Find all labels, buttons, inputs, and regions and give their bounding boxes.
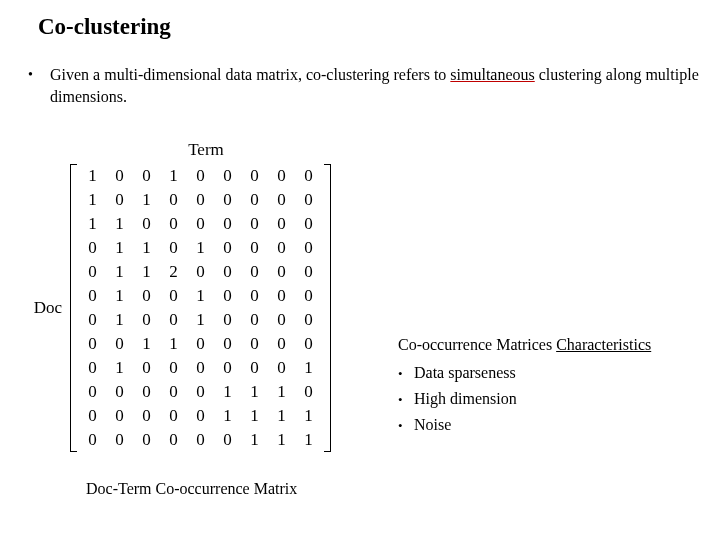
matrix-cell: 0 <box>214 428 241 452</box>
characteristics-list: •Data sparseness•High dimension•Noise <box>398 364 651 434</box>
slide-title: Co-clustering <box>38 14 700 40</box>
matrix-cell: 1 <box>160 332 187 356</box>
matrix-cell: 1 <box>160 164 187 188</box>
matrix-cell: 0 <box>79 380 106 404</box>
matrix-cell: 0 <box>79 404 106 428</box>
matrix-cell: 0 <box>79 332 106 356</box>
matrix-cell: 0 <box>79 308 106 332</box>
matrix-cell: 0 <box>214 212 241 236</box>
matrix-cell: 1 <box>241 404 268 428</box>
doc-label: Doc <box>26 298 62 318</box>
matrix-cell: 1 <box>106 212 133 236</box>
matrix-cell: 0 <box>295 380 322 404</box>
matrix-cell: 0 <box>187 356 214 380</box>
matrix-cell: 0 <box>106 164 133 188</box>
matrix-table: 1001000001010000001100000000110100000112… <box>79 164 322 452</box>
slide: Co-clustering • Given a multi-dimensiona… <box>0 0 720 540</box>
matrix-cell: 0 <box>187 164 214 188</box>
characteristics-box: Co-occurrence Matrices Characteristics •… <box>398 336 651 442</box>
matrix-cell: 0 <box>187 332 214 356</box>
matrix-cell: 0 <box>133 356 160 380</box>
matrix-cell: 0 <box>214 164 241 188</box>
matrix-cell: 1 <box>295 356 322 380</box>
matrix-cell: 0 <box>295 164 322 188</box>
matrix-cell: 1 <box>106 284 133 308</box>
matrix-row: 000000111 <box>79 428 322 452</box>
matrix-cell: 1 <box>79 188 106 212</box>
matrix-cell: 0 <box>133 428 160 452</box>
matrix-cell: 1 <box>187 236 214 260</box>
body-prefix: Given a multi-dimensional data matrix, c… <box>50 66 450 83</box>
matrix-cell: 1 <box>79 212 106 236</box>
matrix-cell: 1 <box>241 380 268 404</box>
matrix-cell: 2 <box>160 260 187 284</box>
matrix-cell: 0 <box>187 380 214 404</box>
bullet-icon: • <box>28 64 50 85</box>
body-text: Given a multi-dimensional data matrix, c… <box>50 64 700 107</box>
matrix-cell: 0 <box>295 284 322 308</box>
matrix-cell: 0 <box>106 404 133 428</box>
matrix-cell: 0 <box>160 236 187 260</box>
characteristics-item-label: Noise <box>414 416 451 434</box>
matrix-cell: 1 <box>106 356 133 380</box>
matrix-cell: 0 <box>106 380 133 404</box>
matrix-cell: 0 <box>79 428 106 452</box>
matrix-row: 011200000 <box>79 260 322 284</box>
matrix-cell: 1 <box>133 332 160 356</box>
matrix-cell: 0 <box>241 236 268 260</box>
matrix-cell: 0 <box>241 260 268 284</box>
matrix-cell: 1 <box>133 260 160 284</box>
matrix-cell: 0 <box>295 188 322 212</box>
matrix-cell: 1 <box>106 308 133 332</box>
matrix-cell: 0 <box>268 284 295 308</box>
matrix-figure: Term Doc 1001000001010000001100000000110… <box>26 140 338 452</box>
matrix-cell: 0 <box>241 212 268 236</box>
characteristics-heading-p1: Co-occurrence Matrices <box>398 336 556 353</box>
matrix-row: 010010000 <box>79 308 322 332</box>
matrix-row: 110000000 <box>79 212 322 236</box>
matrix-cell: 0 <box>79 284 106 308</box>
matrix-row: 011010000 <box>79 236 322 260</box>
matrix-row: 010000001 <box>79 356 322 380</box>
bullet-icon: • <box>398 390 414 408</box>
characteristics-item: •Data sparseness <box>398 364 651 382</box>
characteristics-item-label: Data sparseness <box>414 364 516 382</box>
bullet-icon: • <box>398 416 414 434</box>
matrix-cell: 1 <box>106 236 133 260</box>
matrix-cell: 0 <box>187 188 214 212</box>
term-label: Term <box>74 140 338 160</box>
matrix-cell: 0 <box>214 356 241 380</box>
matrix-cell: 0 <box>295 308 322 332</box>
matrix-cell: 0 <box>214 260 241 284</box>
matrix-cell: 1 <box>79 164 106 188</box>
matrix-cell: 0 <box>160 284 187 308</box>
matrix-cell: 0 <box>241 284 268 308</box>
matrix-cell: 1 <box>187 284 214 308</box>
matrix-cell: 0 <box>268 212 295 236</box>
matrix-cell: 1 <box>295 404 322 428</box>
characteristics-item: •Noise <box>398 416 651 434</box>
matrix-cell: 0 <box>214 188 241 212</box>
matrix-cell: 0 <box>268 188 295 212</box>
matrix-row: 010010000 <box>79 284 322 308</box>
matrix-cell: 0 <box>160 428 187 452</box>
body-underlined: simultaneous <box>450 66 534 83</box>
body-bullet: • Given a multi-dimensional data matrix,… <box>28 64 700 107</box>
matrix-cell: 0 <box>106 188 133 212</box>
matrix-cell: 0 <box>214 236 241 260</box>
matrix-cell: 1 <box>241 428 268 452</box>
matrix-row: 100100000 <box>79 164 322 188</box>
characteristics-heading-p2: Characteristics <box>556 336 651 353</box>
matrix-cell: 0 <box>160 404 187 428</box>
matrix-row: 000001110 <box>79 380 322 404</box>
matrix-cell: 0 <box>214 284 241 308</box>
matrix-cell: 0 <box>295 332 322 356</box>
matrix-cell: 0 <box>187 428 214 452</box>
matrix-cell: 0 <box>106 428 133 452</box>
matrix-cell: 0 <box>133 308 160 332</box>
matrix-cell: 0 <box>133 164 160 188</box>
matrix-row: 001100000 <box>79 332 322 356</box>
matrix-cell: 0 <box>295 260 322 284</box>
matrix-cell: 0 <box>214 332 241 356</box>
matrix-cell: 0 <box>268 164 295 188</box>
